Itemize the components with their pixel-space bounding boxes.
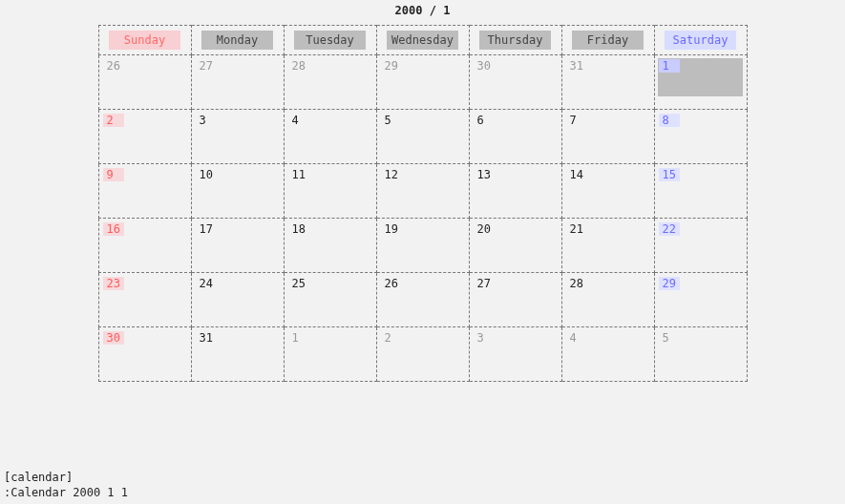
day-number: 27 [474,277,495,290]
day-number: 14 [566,168,587,181]
day-number: 30 [474,59,495,73]
calendar-day-cell[interactable]: 8 [654,110,747,164]
day-header-label: Wednesday [387,31,458,50]
calendar-day-cell[interactable]: 19 [376,219,469,273]
day-header-monday: Monday [191,26,284,55]
calendar-day-cell[interactable]: 4 [284,110,376,164]
calendar-day-cell[interactable]: 6 [469,110,561,164]
calendar-day-cell[interactable]: 31 [191,327,284,382]
day-number: 25 [288,277,309,290]
calendar-day-cell[interactable]: 26 [98,55,191,110]
day-number: 5 [381,114,402,127]
calendar-week-row: 2627282930311 [98,55,747,110]
calendar-day-cell[interactable]: 30 [469,55,561,110]
calendar-day-cell[interactable]: 21 [561,219,654,273]
day-number: 26 [381,277,402,290]
day-number: 18 [288,222,309,236]
day-header-tuesday: Tuesday [284,26,376,55]
day-header-thursday: Thursday [469,26,561,55]
status-area: [calendar] :Calendar 2000 1 1 [4,470,128,500]
day-number: 4 [288,114,309,127]
day-number: 31 [566,59,587,73]
calendar-day-cell[interactable]: 25 [284,273,376,327]
calendar-day-cell[interactable]: 1 [654,55,747,110]
calendar-day-cell[interactable]: 26 [376,273,469,327]
day-number: 24 [196,277,217,290]
calendar-week-row: 16171819202122 [98,219,747,273]
day-number: 28 [566,277,587,290]
calendar-day-cell[interactable]: 22 [654,219,747,273]
day-header-label: Tuesday [294,31,366,50]
calendar-day-cell[interactable]: 24 [191,273,284,327]
day-number: 12 [381,168,402,181]
day-header-sunday: Sunday [98,26,191,55]
calendar-week-row: 9101112131415 [98,164,747,219]
day-number: 29 [659,277,680,290]
calendar-title: 2000 / 1 [0,0,845,25]
day-number: 7 [566,114,587,127]
calendar-day-cell[interactable]: 16 [98,219,191,273]
day-number: 17 [196,222,217,236]
calendar-day-cell[interactable]: 27 [191,55,284,110]
day-header-label: Saturday [665,31,736,50]
day-number: 30 [103,331,124,345]
calendar-day-cell[interactable]: 2 [98,110,191,164]
command-line[interactable]: :Calendar 2000 1 1 [4,485,128,500]
calendar-day-cell[interactable]: 1 [284,327,376,382]
calendar-day-cell[interactable]: 5 [376,110,469,164]
calendar-day-cell[interactable]: 29 [376,55,469,110]
calendar-day-cell[interactable]: 4 [561,327,654,382]
day-number: 22 [659,222,680,236]
day-header-saturday: Saturday [654,26,747,55]
day-number: 1 [288,331,309,345]
day-number: 13 [474,168,495,181]
day-header-friday: Friday [561,26,654,55]
calendar-day-cell[interactable]: 2 [376,327,469,382]
day-number: 5 [659,331,680,345]
day-number: 4 [566,331,587,345]
day-header-wednesday: Wednesday [376,26,469,55]
day-number: 20 [474,222,495,236]
calendar-day-cell[interactable]: 28 [561,273,654,327]
calendar-day-cell[interactable]: 11 [284,164,376,219]
calendar-day-cell[interactable]: 29 [654,273,747,327]
calendar-grid: SundayMondayTuesdayWednesdayThursdayFrid… [98,25,748,382]
day-number: 11 [288,168,309,181]
day-number: 3 [196,114,217,127]
day-header-label: Thursday [479,31,551,50]
day-number: 15 [659,168,680,181]
calendar-header-row: SundayMondayTuesdayWednesdayThursdayFrid… [98,26,747,55]
day-number: 19 [381,222,402,236]
calendar-day-cell[interactable]: 31 [561,55,654,110]
calendar-day-cell[interactable]: 20 [469,219,561,273]
day-number: 31 [196,331,217,345]
day-header-label: Monday [201,31,273,50]
calendar-day-cell[interactable]: 10 [191,164,284,219]
day-number: 29 [381,59,402,73]
day-header-label: Sunday [109,31,180,50]
calendar-day-cell[interactable]: 17 [191,219,284,273]
calendar-day-cell[interactable]: 7 [561,110,654,164]
calendar-day-cell[interactable]: 18 [284,219,376,273]
day-number: 1 [659,59,680,73]
calendar-day-cell[interactable]: 9 [98,164,191,219]
calendar-day-cell[interactable]: 27 [469,273,561,327]
calendar-day-cell[interactable]: 14 [561,164,654,219]
calendar-day-cell[interactable]: 3 [469,327,561,382]
calendar-day-cell[interactable]: 3 [191,110,284,164]
day-number: 6 [474,114,495,127]
calendar-day-cell[interactable]: 23 [98,273,191,327]
calendar-day-cell[interactable]: 28 [284,55,376,110]
calendar-day-cell[interactable]: 15 [654,164,747,219]
day-number: 16 [103,222,124,236]
day-number: 8 [659,114,680,127]
calendar-day-cell[interactable]: 5 [654,327,747,382]
day-number: 26 [103,59,124,73]
calendar-day-cell[interactable]: 12 [376,164,469,219]
calendar-day-cell[interactable]: 13 [469,164,561,219]
day-number: 2 [381,331,402,345]
calendar-table: SundayMondayTuesdayWednesdayThursdayFrid… [98,25,748,382]
mode-line: [calendar] [4,470,128,485]
day-number: 9 [103,168,124,181]
calendar-day-cell[interactable]: 30 [98,327,191,382]
